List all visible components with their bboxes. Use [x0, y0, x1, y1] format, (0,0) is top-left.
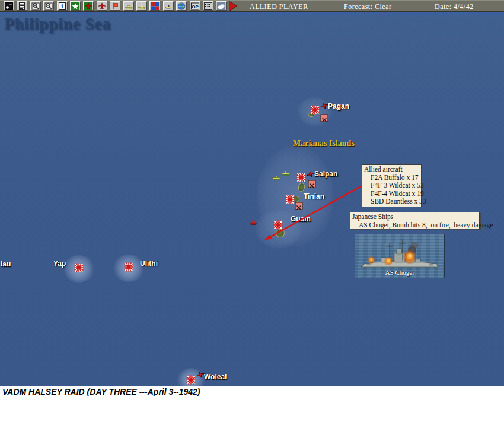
ship-combat-image: AS Chogei: [355, 234, 445, 278]
world-map-icon[interactable]: [176, 1, 187, 11]
base-hit-marker: [321, 115, 328, 122]
minefield-icon[interactable]: [203, 1, 213, 11]
air-unit-icon[interactable]: [97, 1, 107, 11]
japanese-flag-marker[interactable]: [75, 264, 84, 275]
toolbar: iOP ALLIED PLAYER Forecast: Clear Date: …: [0, 0, 504, 12]
allied-aircraft-tooltip: Allied aircraft F2A Buffalo x 17F4F-3 Wi…: [362, 164, 422, 207]
play-icon: [229, 1, 237, 11]
tooltip-line: F4F-3 Wildcat x 53: [364, 182, 419, 190]
allied-taskforce-icon[interactable]: [281, 167, 291, 178]
japanese-flag-marker[interactable]: [187, 376, 196, 386]
flag-icon[interactable]: [110, 1, 120, 11]
base-hit-marker: [308, 180, 316, 188]
place-label: Saipan: [314, 170, 337, 178]
air-unit-friendly-icon[interactable]: [83, 1, 94, 11]
japanese-flag-marker[interactable]: [311, 106, 320, 117]
toolbar-divider: [0, 12, 504, 15]
date-label: Date: 4/4/42: [435, 2, 474, 11]
tooltip-line: F2A Buffalo x 17: [364, 174, 419, 182]
zoom-out-icon[interactable]: [43, 1, 54, 11]
place-label: Tinian: [304, 192, 324, 201]
place-label: Ulithi: [140, 259, 158, 268]
forecast-label: Forecast: Clear: [344, 2, 391, 11]
operations-icon[interactable]: OP: [190, 1, 200, 11]
japanese-ships-tooltip: Japanese Ships AS Chogei, Bomb hits 8, o…: [350, 212, 480, 229]
movement-arrow: [0, 15, 504, 386]
tooltip-lines: AS Chogei, Bomb hits 8, on fire, heavy d…: [352, 221, 477, 230]
status-footer: VADM HALSEY RAID (DAY THREE ---April 3--…: [0, 386, 504, 422]
player-turn-label: ALLIED PLAYER: [250, 2, 308, 11]
report-icon[interactable]: [17, 1, 27, 11]
info-icon[interactable]: i: [57, 1, 68, 11]
tooltip-lines: F2A Buffalo x 17F4F-3 Wildcat x 53F4F-4 …: [364, 174, 419, 206]
tooltip-line: SBD Dauntless x 33: [364, 198, 419, 206]
map-area[interactable]: Philippine Sea PaganMarianas IslandsSaip…: [0, 15, 504, 386]
place-label: Pagan: [328, 102, 349, 110]
place-label: Guam: [291, 215, 311, 223]
tooltip-title: Japanese Ships: [352, 213, 477, 221]
svg-text:i: i: [61, 3, 63, 9]
region-title: Philippine Sea: [4, 15, 111, 33]
allied-taskforce-icon[interactable]: [272, 172, 281, 183]
tooltip-line: F4F-4 Wildcat x 19: [364, 190, 419, 198]
svg-text:OP: OP: [192, 4, 199, 9]
next-turn-button[interactable]: [229, 1, 238, 11]
japanese-flag-marker[interactable]: [286, 195, 295, 207]
task-force-icon[interactable]: [123, 1, 134, 11]
amphibious-ship-icon[interactable]: [163, 1, 174, 11]
game-window: iOP ALLIED PLAYER Forecast: Clear Date: …: [0, 0, 504, 422]
place-label: Yap: [53, 259, 66, 268]
combat-resolution-icon[interactable]: [149, 1, 160, 11]
weather-icon[interactable]: [216, 1, 227, 11]
footer-message: VADM HALSEY RAID (DAY THREE ---April 3--…: [2, 387, 200, 396]
japanese-ship-icon[interactable]: [250, 217, 257, 228]
japanese-flag-marker[interactable]: [274, 221, 283, 232]
place-label: Marianas Islands: [293, 139, 355, 148]
task-force-mast-icon[interactable]: [136, 1, 147, 11]
tooltip-title: Allied aircraft: [364, 166, 419, 174]
japanese-flag-marker[interactable]: [297, 173, 306, 185]
place-label: Woleai: [204, 373, 227, 381]
tooltip-line: AS Chogei, Bomb hits 8, on fire, heavy d…: [352, 221, 477, 230]
ship-caption: AS Chogei: [355, 269, 444, 276]
zoom-in-icon[interactable]: [30, 1, 41, 11]
japanese-flag-marker[interactable]: [125, 263, 133, 274]
base-hit-marker: [295, 202, 303, 210]
base-star-icon[interactable]: [70, 1, 81, 11]
place-label: lau: [1, 260, 11, 268]
save-icon[interactable]: [4, 1, 14, 11]
